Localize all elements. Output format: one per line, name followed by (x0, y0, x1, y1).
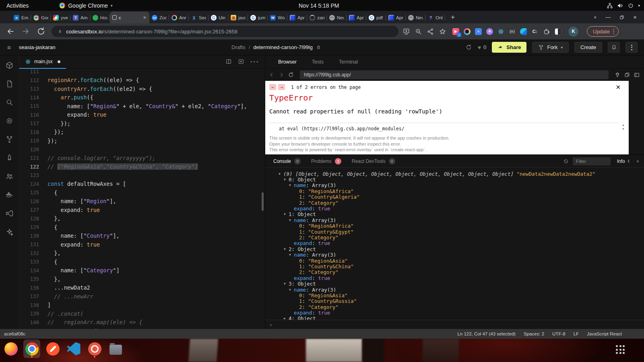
open-preview-icon[interactable] (238, 58, 244, 65)
privacy-lock-icon[interactable] (316, 45, 321, 50)
c-colon-icon[interactable]: C: (531, 28, 538, 35)
console-entry[interactable]: ▼1: Object (265, 212, 644, 217)
address-bar[interactable]: codesandbox.io/s/determined-carson-7l99l… (52, 26, 398, 37)
status-item[interactable]: UTF-8 (552, 331, 566, 336)
dock-vscode-icon[interactable] (65, 339, 82, 358)
expand-caret-icon[interactable]: ▼ (284, 178, 289, 181)
devtools-tab-terminal[interactable]: Terminal (339, 59, 358, 65)
split-view-icon[interactable] (225, 58, 232, 65)
extensions-puzzle-icon[interactable] (543, 28, 550, 35)
preview-reload-icon[interactable] (288, 72, 294, 78)
contrast-extension-icon[interactable] (555, 28, 561, 35)
console-entry[interactable]: ▼name: Array(3) (265, 287, 644, 292)
console-prompt[interactable]: › (265, 320, 644, 329)
code-line[interactable]: 122// ["Region&Asia","Country&China", "C… (19, 162, 265, 171)
console-entry[interactable]: 0: "Region&Africa" (265, 223, 644, 229)
console-entry[interactable]: 2: "Category" (265, 269, 644, 275)
new-window-icon[interactable] (624, 72, 630, 78)
code-area[interactable]: 111112regionArr.forEach((ele) => {113 co… (19, 69, 265, 329)
browser-tab[interactable]: Goo (31, 12, 51, 23)
browser-tab[interactable]: zan (307, 12, 327, 23)
code-line[interactable]: 134 name: ["Category"] (19, 266, 265, 275)
console-entry[interactable]: 1: "Country&Russia" (265, 298, 644, 304)
console-entry[interactable]: expand: true (265, 206, 644, 211)
console-entry[interactable]: 1: "Country&Egypt" (265, 229, 644, 234)
blocks-icon[interactable] (520, 28, 527, 35)
console-entry[interactable]: expand: true (265, 275, 644, 281)
users-icon[interactable] (5, 172, 14, 181)
next-error-button[interactable]: → (278, 84, 285, 90)
settings-icon[interactable] (5, 117, 14, 125)
profile-avatar[interactable]: K (568, 27, 578, 37)
browser-tab[interactable]: ?Onl (425, 12, 445, 23)
browser-tab[interactable]: yves (51, 12, 70, 23)
activities-button[interactable]: Activities (6, 2, 29, 9)
more-options-button[interactable] (625, 42, 638, 53)
code-line[interactable]: 117 }); (19, 119, 265, 128)
code-line[interactable]: 124const defaultRowAxes = [ (19, 180, 265, 189)
sparkle-icon[interactable] (5, 228, 14, 236)
breadcrumb-drafts[interactable]: Drafts (231, 44, 246, 50)
code-line[interactable]: 126 name: ["Region"], (19, 197, 265, 206)
new-tab-button[interactable]: + (448, 12, 458, 23)
status-item[interactable]: JavaScript React (587, 331, 622, 336)
editor-scrollbar[interactable] (262, 192, 264, 211)
code-line[interactable]: 130 name: ["Country"], (19, 232, 265, 241)
browser-tab[interactable]: GUin (208, 12, 228, 23)
browser-tab[interactable]: WWor (268, 12, 287, 23)
container-icon[interactable] (5, 191, 14, 199)
console-tab-console[interactable]: Console0 (273, 158, 301, 165)
gem-icon[interactable] (614, 72, 621, 78)
devtools-tab-browser[interactable]: Browser (278, 59, 297, 65)
console-entry[interactable]: ▼name: Array(3) (265, 217, 644, 223)
restore-icon[interactable] (619, 15, 624, 20)
browser-tab[interactable]: ≣java (228, 12, 248, 23)
expand-caret-icon[interactable]: ▼ (279, 172, 283, 176)
expand-caret-icon[interactable]: ▼ (289, 218, 294, 222)
console-entry[interactable]: expand: true (265, 310, 644, 315)
reload-icon[interactable] (36, 27, 46, 36)
create-button[interactable]: Create (574, 42, 602, 53)
console-entry[interactable]: 2: "Category" (265, 234, 644, 240)
browser-tab[interactable]: Gpdf (366, 12, 386, 23)
workspace-name[interactable]: seasia-jaskaran (19, 44, 56, 50)
code-line[interactable]: 135 }, (19, 275, 265, 284)
share-icon[interactable] (427, 28, 434, 35)
zoom-out-icon[interactable] (415, 28, 422, 35)
git-fork-icon[interactable] (5, 135, 14, 144)
console-entry[interactable]: 0: "Region&Asia" (265, 258, 644, 263)
console-entry[interactable]: 0: "Region&Africa" (265, 188, 644, 194)
overlay-scroll-arrows[interactable]: ▲▼ (622, 123, 625, 130)
dock-chrome-icon[interactable] (23, 339, 40, 358)
video-play-icon[interactable]: ▶1 (452, 28, 459, 35)
docs-icon[interactable]: ≡ (475, 28, 482, 35)
code-line[interactable]: 140// regionArr.map((ele) => { (19, 318, 265, 327)
code-line[interactable]: 112regionArr.forEach((ele) => { (19, 76, 265, 85)
update-button[interactable]: Update (587, 26, 619, 37)
app-grid-icon[interactable] (616, 345, 625, 354)
expand-caret-icon[interactable]: ▼ (284, 247, 289, 251)
code-line[interactable]: 111 (19, 69, 265, 76)
asterisk-icon[interactable]: ✻ (486, 28, 493, 35)
status-item[interactable]: Spaces: 2 (524, 331, 544, 336)
code-line[interactable]: 131 expand: true (19, 240, 265, 249)
sandbox-icon[interactable] (5, 61, 14, 70)
code-line[interactable]: 132 }, (19, 249, 265, 258)
console-entry[interactable]: ▼2: Object (265, 246, 644, 252)
browser-tab[interactable]: ◠Nev (406, 12, 425, 23)
console-entry[interactable]: ▼name: Array(3) (265, 183, 644, 188)
lens-icon[interactable] (464, 28, 471, 35)
console-entry[interactable]: 2: "Category" (265, 200, 644, 206)
vscode-icon[interactable] (5, 209, 14, 218)
preview-url-field[interactable]: https://7l99lg.csb.app/ (300, 70, 609, 79)
editor-more-icon[interactable]: ··· (250, 58, 259, 66)
dock-pen-icon[interactable] (44, 339, 61, 358)
code-line[interactable]: 128 }, (19, 214, 265, 223)
notifications-bell-button[interactable] (608, 42, 620, 53)
code-line[interactable]: 127 expand: true (19, 206, 265, 214)
browser-tab[interactable]: ◠Nev (327, 12, 347, 23)
browser-tab[interactable]: Ann (169, 12, 189, 23)
code-line[interactable]: 119}); (19, 136, 265, 145)
code-line[interactable]: 120 (19, 145, 265, 154)
code-line[interactable]: 138] (19, 301, 265, 310)
